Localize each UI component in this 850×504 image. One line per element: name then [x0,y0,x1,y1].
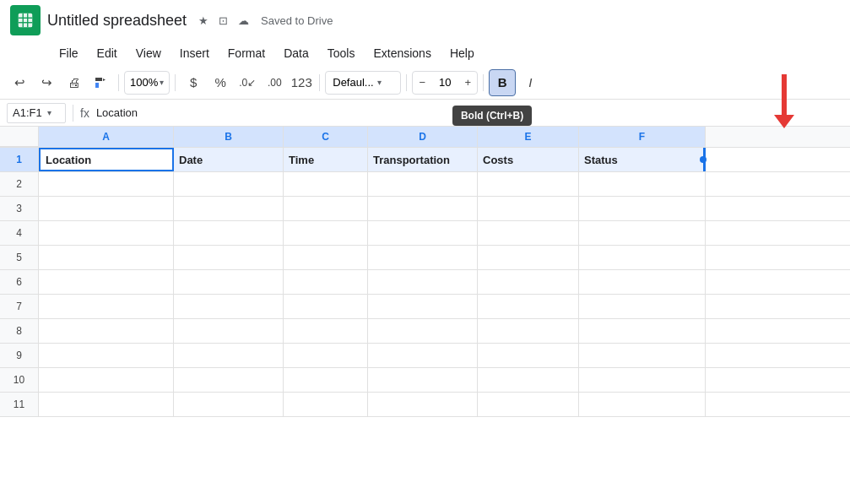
row-num-3[interactable]: 3 [0,197,39,220]
cell-b7[interactable] [174,295,284,318]
cell-b9[interactable] [174,344,284,367]
cell-f9[interactable] [579,344,706,367]
cell-f1[interactable]: Status [579,148,706,171]
cell-f7[interactable] [579,295,706,318]
print-button[interactable]: 🖨 [61,70,86,95]
menu-item-format[interactable]: Format [219,43,273,63]
cell-c1[interactable]: Time [284,148,368,171]
cell-c8[interactable] [284,319,368,343]
row-num-11[interactable]: 11 [0,393,39,416]
menu-item-tools[interactable]: Tools [319,43,364,63]
cell-a8[interactable] [39,319,174,343]
star-icon[interactable]: ★ [197,13,210,29]
cell-e8[interactable] [478,319,579,343]
cell-b3[interactable] [174,197,284,220]
currency-button[interactable]: $ [181,70,206,95]
row-num-8[interactable]: 8 [0,319,39,343]
cell-c10[interactable] [284,368,368,392]
col-header-c[interactable]: C [284,127,368,147]
cell-c4[interactable] [284,221,368,245]
cell-a4[interactable] [39,221,174,245]
cell-f3[interactable] [579,197,706,220]
cell-f10[interactable] [579,368,706,392]
cell-d9[interactable] [368,344,478,367]
cell-c5[interactable] [284,246,368,269]
spreadsheet-title[interactable]: Untitled spreadsheet [47,12,187,30]
cell-a7[interactable] [39,295,174,318]
cell-reference-box[interactable]: A1:F1 ▾ [7,103,66,123]
row-num-9[interactable]: 9 [0,344,39,367]
cell-c7[interactable] [284,295,368,318]
folder-icon[interactable]: ⊡ [217,13,230,29]
cell-d1[interactable]: Transportation [368,148,478,171]
cell-d6[interactable] [368,270,478,294]
cell-d2[interactable] [368,172,478,196]
cell-f2[interactable] [579,172,706,196]
col-header-a[interactable]: A [39,127,174,147]
italic-button[interactable]: I [517,70,543,95]
menu-item-edit[interactable]: Edit [89,43,126,63]
cell-b11[interactable] [174,393,284,416]
percent-button[interactable]: % [208,70,233,95]
cell-f8[interactable] [579,319,706,343]
cell-e1[interactable]: Costs [478,148,579,171]
cell-d11[interactable] [368,393,478,416]
cell-e7[interactable] [478,295,579,318]
cell-b10[interactable] [174,368,284,392]
cell-a3[interactable] [39,197,174,220]
cell-d4[interactable] [368,221,478,245]
font-size-increase-button[interactable]: + [458,71,477,95]
row-num-4[interactable]: 4 [0,221,39,245]
cell-d8[interactable] [368,319,478,343]
cell-d7[interactable] [368,295,478,318]
cell-e2[interactable] [478,172,579,196]
cell-a9[interactable] [39,344,174,367]
menu-item-view[interactable]: View [127,43,170,63]
cell-b4[interactable] [174,221,284,245]
row-num-10[interactable]: 10 [0,368,39,392]
cell-a1[interactable]: Location [39,148,174,171]
cell-c2[interactable] [284,172,368,196]
decimal-increase-button[interactable]: .0↙ [235,70,260,95]
cell-d10[interactable] [368,368,478,392]
row-num-6[interactable]: 6 [0,270,39,294]
number-format-button[interactable]: 123 [289,70,314,95]
cell-f4[interactable] [579,221,706,245]
cell-c11[interactable] [284,393,368,416]
cell-c3[interactable] [284,197,368,220]
cell-e3[interactable] [478,197,579,220]
decimal-decrease-button[interactable]: .00 [262,70,287,95]
cell-e9[interactable] [478,344,579,367]
cell-b2[interactable] [174,172,284,196]
cell-a6[interactable] [39,270,174,294]
cell-a5[interactable] [39,246,174,269]
cell-b1[interactable]: Date [174,148,284,171]
row-num-1[interactable]: 1 [0,148,39,171]
cell-e5[interactable] [478,246,579,269]
cell-e10[interactable] [478,368,579,392]
font-size-decrease-button[interactable]: − [413,71,431,95]
cell-c9[interactable] [284,344,368,367]
col-header-b[interactable]: B [174,127,284,147]
col-header-f[interactable]: F [579,127,706,147]
col-header-e[interactable]: E [478,127,579,147]
cell-d3[interactable] [368,197,478,220]
cell-a11[interactable] [39,393,174,416]
cell-f5[interactable] [579,246,706,269]
font-selector[interactable]: Defaul... ▾ [325,71,401,95]
menu-item-insert[interactable]: Insert [171,43,218,63]
row-num-5[interactable]: 5 [0,246,39,269]
cell-a10[interactable] [39,368,174,392]
cell-c6[interactable] [284,270,368,294]
menu-item-extensions[interactable]: Extensions [365,43,439,63]
col-header-d[interactable]: D [368,127,478,147]
cell-e4[interactable] [478,221,579,245]
cell-b8[interactable] [174,319,284,343]
zoom-selector[interactable]: 100% ▾ [124,71,170,95]
cell-a2[interactable] [39,172,174,196]
formula-input[interactable]: Location [96,106,843,119]
bold-button[interactable]: B Bold (Ctrl+B) [489,69,516,96]
undo-button[interactable]: ↩ [7,70,32,95]
cell-e6[interactable] [478,270,579,294]
cell-d5[interactable] [368,246,478,269]
